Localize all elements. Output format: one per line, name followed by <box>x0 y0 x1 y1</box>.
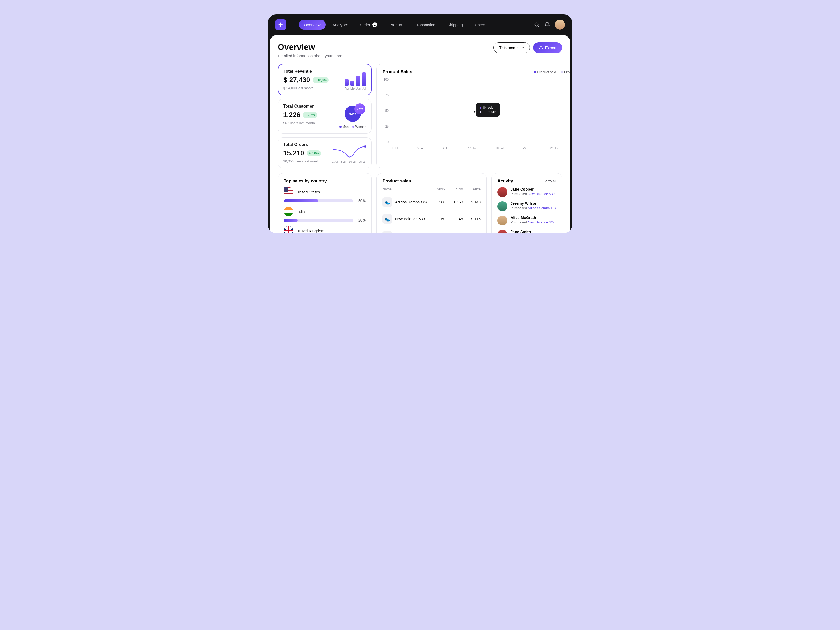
nav-transaction[interactable]: Transaction <box>410 20 441 30</box>
legend-sold: Product sold <box>534 70 556 74</box>
activity-sub: Purchased New Balance 327 <box>510 220 555 224</box>
kpi-customer-foot: 567 users last month <box>283 121 317 125</box>
svg-point-0 <box>535 23 538 26</box>
nav-overview[interactable]: Overview <box>299 20 326 30</box>
kpi-revenue-card[interactable]: Total Revenue $ 27,430 + 12,3% $ 24,000 … <box>278 64 372 95</box>
product-name: Adidas Samba OG <box>395 200 427 204</box>
activity-name: Jane Cooper <box>510 187 555 191</box>
col-sold: Sold <box>445 187 463 191</box>
chart-tooltip: 84 sold 11 return <box>476 103 500 117</box>
activity-row[interactable]: Alice McGrath Purchased New Balance 327 <box>497 216 556 226</box>
legend-return: Product return <box>561 70 570 74</box>
page-subtitle: Detailed information about your store <box>278 54 342 58</box>
legend-man: Man <box>339 125 349 129</box>
product-table-title: Product sales <box>382 178 481 183</box>
product-name: New Balance 530 <box>395 217 425 221</box>
product-stock: 50 <box>428 217 445 221</box>
flag-icon <box>284 187 293 197</box>
top-countries-panel: Top sales by country United States 50%In… <box>278 173 372 233</box>
nav-order-label: Order <box>360 22 370 27</box>
product-sold: 45 <box>445 217 463 221</box>
activity-avatar <box>497 230 507 233</box>
kpi-customer-title: Total Customer <box>283 104 317 109</box>
bell-icon[interactable] <box>545 22 550 28</box>
donut-woman-pct: 37% <box>354 103 365 114</box>
order-badge: 1 <box>373 22 377 27</box>
product-sold: 1 453 <box>445 200 463 204</box>
product-stock: 100 <box>428 200 445 204</box>
chart-title: Product Sales <box>382 69 412 74</box>
country-name: India <box>296 209 305 214</box>
table-row[interactable]: 👟New Balance 530 50 45 $ 115 <box>382 210 481 227</box>
search-icon[interactable] <box>534 22 540 28</box>
activity-avatar <box>497 201 507 211</box>
legend-woman: Woman <box>352 125 366 129</box>
view-all-link[interactable]: View all <box>545 179 556 183</box>
nav-order[interactable]: Order 1 <box>355 20 382 30</box>
table-row[interactable]: 👟Nike Blazer Mid 77 70 21 $ 235 <box>382 227 481 233</box>
chevron-down-icon <box>521 46 524 49</box>
country-name: United States <box>296 190 320 194</box>
col-stock: Stock <box>428 187 445 191</box>
chart-x-axis: 1 Jul5 Jul9 Jul14 Jul18 Jul22 Jul26 Jul3… <box>392 147 570 150</box>
kpi-revenue-foot: $ 24,000 last month <box>284 86 328 90</box>
product-price: $ 115 <box>463 217 481 221</box>
kpi-revenue-delta: + 12,3% <box>313 77 328 83</box>
kpi-orders-foot: 10,056 users last month <box>283 159 321 163</box>
kpi-orders-value: 15,210 <box>283 149 304 157</box>
orders-sparkline: 1 Jul8 Jul16 Jul25 Jul <box>332 145 366 163</box>
content-area: Overview Detailed information about your… <box>270 35 570 233</box>
page-title: Overview <box>278 42 342 52</box>
export-button[interactable]: Export <box>533 42 562 53</box>
svg-point-2 <box>364 145 366 147</box>
product-price: $ 140 <box>463 200 481 204</box>
product-sales-chart: Product Sales Product sold Product retur… <box>376 64 570 168</box>
kpi-customer-value: 1,226 <box>283 111 300 119</box>
nav-product[interactable]: Product <box>384 20 408 30</box>
activity-name: Alice McGrath <box>510 216 555 220</box>
country-row: United Kingdom 10% <box>284 226 366 233</box>
kpi-customer-delta: + 2,2% <box>303 112 317 118</box>
col-price: Price <box>463 187 481 191</box>
app-window: Overview Analytics Order 1 Product Trans… <box>268 14 572 233</box>
flag-icon <box>284 207 293 216</box>
revenue-sparkbars <box>345 69 366 86</box>
activity-name: Jeremy Wilson <box>510 201 556 205</box>
chart-y-axis: 1007550250 <box>382 78 392 151</box>
activity-avatar <box>497 187 507 197</box>
logo[interactable] <box>275 19 286 30</box>
svg-line-1 <box>538 26 539 27</box>
export-label: Export <box>545 46 556 50</box>
kpi-customer-card[interactable]: Total Customer 1,226 + 2,2% 567 users la… <box>278 99 372 134</box>
revenue-sparkbar-labels: AprMayJunJul <box>345 87 366 90</box>
country-row: India 20% <box>284 207 366 222</box>
col-name: Name <box>382 187 428 191</box>
kpi-orders-delta: + 5,6% <box>307 150 321 156</box>
product-thumb: 👟 <box>382 231 392 233</box>
user-avatar[interactable] <box>555 20 565 30</box>
nav-users[interactable]: Users <box>470 20 490 30</box>
period-label: This month <box>499 46 518 50</box>
activity-sub: Purchased Adidas Samba OG <box>510 206 556 210</box>
country-row: United States 50% <box>284 187 366 203</box>
table-row[interactable]: 👟Adidas Samba OG 100 1 453 $ 140 <box>382 194 481 210</box>
period-selector[interactable]: This month <box>494 42 530 53</box>
customer-donut: 63% 37% <box>341 104 364 123</box>
kpi-orders-card[interactable]: Total Orders 15,210 + 5,6% 10,056 users … <box>278 137 372 168</box>
activity-avatar <box>497 216 507 226</box>
countries-title: Top sales by country <box>284 178 366 183</box>
product-thumb: 👟 <box>382 197 392 207</box>
activity-row[interactable]: Jeremy Wilson Purchased Adidas Samba OG <box>497 201 556 211</box>
nav-analytics[interactable]: Analytics <box>327 20 354 30</box>
activity-sub: Purchased New Balance 530 <box>510 192 555 196</box>
activity-row[interactable]: Jane Cooper Purchased New Balance 530 <box>497 187 556 197</box>
main-nav: Overview Analytics Order 1 Product Trans… <box>299 20 490 30</box>
activity-row[interactable]: Jane Smith <box>497 230 556 233</box>
nav-shipping[interactable]: Shipping <box>442 20 468 30</box>
kpi-orders-title: Total Orders <box>283 142 321 147</box>
flag-icon <box>284 226 293 233</box>
activity-title: Activity <box>497 178 513 183</box>
product-table-panel: Product sales Name Stock Sold Price 👟Adi… <box>376 173 487 233</box>
country-name: United Kingdom <box>296 229 324 233</box>
product-thumb: 👟 <box>382 214 392 224</box>
